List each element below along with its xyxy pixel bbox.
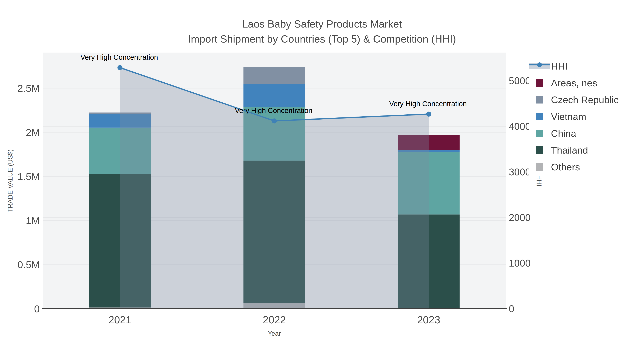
left-tick-label: 1.5M — [18, 171, 40, 182]
left-tick-label: 2M — [26, 127, 40, 138]
legend-item-china[interactable]: China — [529, 125, 644, 142]
bar-segment-czech-republic-2022 — [244, 67, 305, 84]
legend-label: Vietnam — [551, 111, 586, 122]
chart-figure: 00.5M1M1.5M2M2.5M01000200030004000500020… — [0, 0, 644, 362]
right-tick-label: 1000 — [509, 258, 530, 269]
x-axis-line — [42, 308, 507, 309]
annotation-2023: Very High Concentration — [389, 100, 467, 108]
left-tick-label: 0.5M — [18, 259, 40, 270]
chart-title-line1: Laos Baby Safety Products Market — [0, 16, 644, 31]
right-tick-label: 4000 — [509, 121, 530, 132]
legend-item-czech-republic[interactable]: Czech Republic — [529, 91, 644, 108]
legend-label: HHI — [551, 61, 568, 72]
hhi-marker-2022 — [272, 118, 277, 123]
right-tick-label: 0 — [509, 303, 514, 314]
left-tick-label: 1M — [26, 215, 40, 226]
hhi-marker-2023 — [426, 112, 431, 117]
x-tick-label: 2021 — [108, 314, 132, 326]
right-tick-label: 5000 — [509, 75, 530, 86]
chart-title: Laos Baby Safety Products Market Import … — [0, 16, 644, 46]
right-axis-title: HHI — [535, 175, 543, 186]
china-swatch-icon — [536, 130, 543, 137]
legend-item-others[interactable]: Others — [529, 159, 644, 175]
legend-label: Thailand — [551, 145, 588, 156]
czech-republic-swatch-icon — [536, 96, 543, 103]
left-tick-label: 0 — [34, 303, 40, 315]
legend-item-vietnam[interactable]: Vietnam — [529, 108, 644, 125]
annotation-2021: Very High Concentration — [80, 53, 158, 61]
legend-label: Czech Republic — [551, 94, 618, 105]
legend-item-thailand[interactable]: Thailand — [529, 142, 644, 159]
bar-segment-vietnam-2022 — [244, 84, 305, 107]
chart-title-line2: Import Shipment by Countries (Top 5) & C… — [0, 31, 644, 46]
right-tick-label: 3000 — [509, 166, 530, 178]
legend-label: China — [551, 128, 576, 139]
x-tick-label: 2022 — [263, 314, 286, 326]
areas-nes-swatch-icon — [536, 79, 543, 87]
hhi-line-icon — [529, 63, 550, 69]
right-tick-label: 2000 — [509, 212, 530, 223]
legend-label: Areas, nes — [551, 77, 597, 88]
x-tick-label: 2023 — [417, 314, 440, 326]
hhi-marker-2021 — [118, 65, 122, 70]
annotation-2022: Very High Concentration — [235, 106, 312, 114]
left-axis-title: TRADE VALUE (US$) — [6, 149, 14, 212]
thailand-swatch-icon — [536, 146, 543, 154]
legend-item-areas-nes[interactable]: Areas, nes — [529, 74, 644, 91]
vietnam-swatch-icon — [536, 113, 543, 120]
legend-label: Others — [551, 161, 580, 173]
x-axis-title: Year — [43, 330, 506, 337]
legend-item-hhi[interactable]: HHI — [529, 58, 644, 74]
combo-chart-canvas: 00.5M1M1.5M2M2.5M01000200030004000500020… — [0, 0, 644, 362]
others-swatch-icon — [536, 163, 543, 171]
legend: HHI Areas, nes Czech Republic Vietnam Ch… — [529, 58, 644, 176]
left-tick-label: 2.5M — [18, 83, 40, 94]
